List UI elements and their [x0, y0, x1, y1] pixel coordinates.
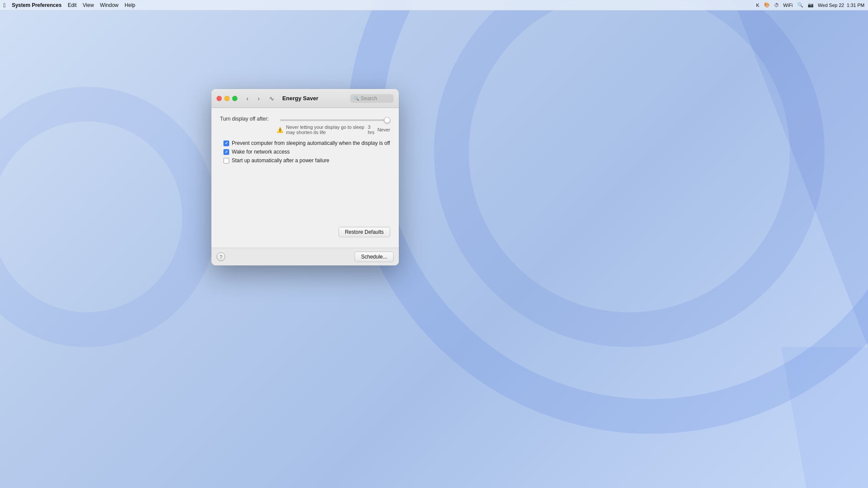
warning-banner: ⚠️ Never letting your display go to slee… — [220, 124, 390, 135]
menu-edit[interactable]: Edit — [68, 2, 77, 8]
help-button[interactable]: ? — [217, 252, 225, 261]
checkmark-1: ✓ — [225, 141, 228, 145]
restore-defaults-button[interactable]: Restore Defaults — [339, 227, 390, 237]
app-name[interactable]: System Preferences — [12, 2, 62, 8]
schedule-button[interactable]: Schedule... — [355, 252, 394, 262]
maximize-button[interactable] — [232, 96, 237, 101]
titlebar: ‹ › ∿ Energy Saver 🔍 Search — [211, 89, 399, 108]
checkbox-row-1: ✓ Prevent computer from sleeping automat… — [220, 140, 390, 146]
system-preferences-window: ‹ › ∿ Energy Saver 🔍 Search Turn display… — [211, 89, 399, 265]
menubar-right: K 🎨 ⏱ WiFi 🔍 📷 Wed Sep 22 1:31 PM — [756, 2, 865, 8]
window-content: Turn display off after: ⚠️ Never letting… — [211, 108, 399, 248]
close-button[interactable] — [217, 96, 222, 101]
slider-label: Turn display off after: — [220, 116, 276, 122]
menu-help[interactable]: Help — [125, 2, 135, 8]
checkbox-row-3: Start up automatically after a power fai… — [220, 157, 390, 164]
menubar-icon-clock[interactable]: ⏱ — [774, 3, 779, 8]
menubar-icon-wifi[interactable]: WiFi — [783, 3, 793, 8]
menu-view[interactable]: View — [83, 2, 94, 8]
menubar-icon-color[interactable]: 🎨 — [764, 2, 770, 8]
slider-main-row: Turn display off after: — [220, 115, 390, 123]
menubar-icon-screenshot[interactable]: 📷 — [808, 2, 814, 8]
checkboxes-area: ✓ Prevent computer from sleeping automat… — [220, 140, 390, 227]
checkmark-2: ✓ — [225, 150, 228, 154]
search-placeholder: Search — [361, 95, 377, 102]
menubar-icon-k[interactable]: K — [756, 3, 759, 8]
restore-defaults-row: Restore Defaults — [220, 227, 390, 241]
menubar:  System Preferences Edit View Window He… — [0, 0, 868, 10]
window-title: Energy Saver — [250, 95, 350, 102]
traffic-lights — [217, 96, 237, 101]
menubar-datetime: Wed Sep 22 1:31 PM — [818, 3, 865, 8]
search-icon: 🔍 — [354, 96, 359, 101]
menubar-icon-search[interactable]: 🔍 — [797, 2, 803, 8]
checkbox-wake-network[interactable]: ✓ — [224, 149, 229, 155]
checkbox-row-2: ✓ Wake for network access — [220, 149, 390, 155]
checkbox-startup[interactable] — [224, 158, 229, 164]
warning-text: Never letting your display go to sleep m… — [286, 124, 365, 135]
display-sleep-slider[interactable] — [280, 119, 390, 121]
minimize-button[interactable] — [224, 96, 230, 101]
window-footer: ? Schedule... — [211, 248, 399, 265]
menu-window[interactable]: Window — [100, 2, 118, 8]
warning-icon: ⚠️ — [276, 127, 283, 133]
checkbox-label-startup: Start up automatically after a power fai… — [232, 157, 329, 164]
apple-menu[interactable]:  — [3, 2, 6, 9]
slider-time-value: 3 hrs — [368, 124, 375, 135]
slider-never-label: Never — [378, 127, 390, 132]
slider-section: Turn display off after: — [220, 115, 390, 123]
checkbox-label-prevent-sleep: Prevent computer from sleeping automatic… — [232, 140, 390, 146]
checkbox-label-wake-network: Wake for network access — [232, 149, 290, 155]
slider-wrapper — [280, 115, 390, 123]
search-box[interactable]: 🔍 Search — [350, 94, 394, 103]
checkbox-prevent-sleep[interactable]: ✓ — [224, 141, 229, 146]
menubar-left:  System Preferences Edit View Window He… — [3, 2, 135, 9]
desktop — [0, 0, 868, 488]
